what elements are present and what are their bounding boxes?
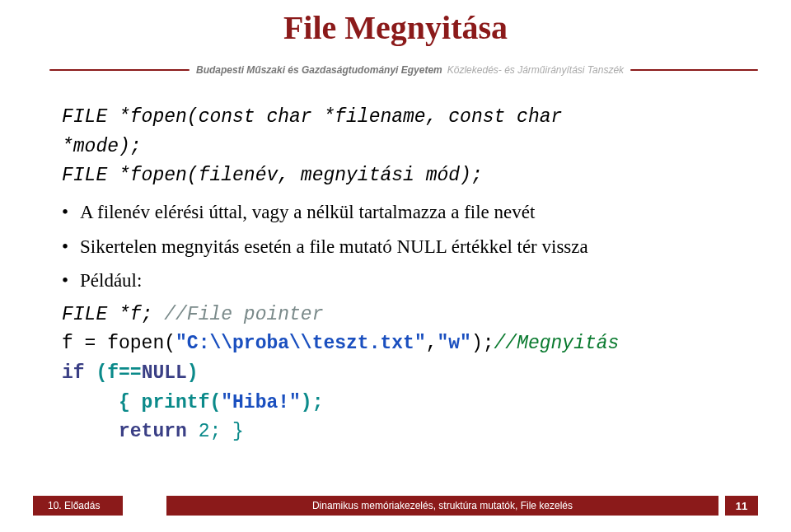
code-5a — [62, 421, 119, 442]
code-2f-comment: //Megnyitás — [494, 333, 620, 354]
code-2e: ); — [471, 333, 494, 354]
code-line-2: f = fopen("C:\\proba\\teszt.txt","w");//… — [62, 329, 733, 359]
code-3c-null: NULL — [142, 362, 187, 384]
bullet-1: A filenév elérési úttal, vagy a nélkül t… — [62, 198, 733, 227]
fopen-signature-2b: (filenév, megnyitási mód); — [187, 165, 483, 186]
code-line-4: { printf("Hiba!"); — [62, 389, 733, 418]
code-example: FILE *f; //File pointer f = fopen("C:\\p… — [62, 301, 733, 447]
code-2d-string: "w" — [438, 333, 471, 354]
fopen-signature-line1: FILE *fopen(const char *filename, const … — [62, 103, 733, 133]
code-3b: (f== — [85, 362, 142, 384]
department-name: Közlekedés- és Járműirányítási Tanszék — [447, 64, 624, 76]
code-2a: f = fopen( — [62, 333, 176, 354]
fopen-signature-2a: FILE *fopen — [62, 165, 187, 186]
bullet-2: Sikertelen megnyitás esetén a file mutat… — [62, 232, 733, 262]
code-2c: , — [426, 333, 438, 354]
university-name: Budapesti Műszaki és Gazdaságtudományi E… — [196, 64, 442, 76]
code-3d: ) — [187, 362, 199, 384]
fopen-signature-line1b: *mode); — [62, 133, 733, 162]
footer-page-number: 11 — [725, 496, 758, 516]
code-5b-return: return — [119, 421, 187, 442]
code-4a: { printf( — [62, 392, 221, 413]
footer-left: 10. Előadás — [33, 496, 123, 516]
header-band: Budapesti Műszaki és Gazdaságtudományi E… — [0, 62, 791, 78]
bullet-3: Például: — [62, 266, 733, 296]
content-area: FILE *fopen(const char *filename, const … — [0, 78, 791, 447]
fopen-signature-line2: FILE *fopen(filenév, megnyitási mód); — [62, 161, 733, 191]
code-1a: FILE *f; — [62, 304, 164, 325]
footer: 10. Előadás Dinamikus memóriakezelés, st… — [0, 496, 791, 517]
slide-title: File Megnyitása — [0, 0, 791, 47]
code-3a-if: if — [62, 362, 85, 384]
code-line-3: if (f==NULL) — [62, 359, 733, 389]
header-rule-right — [630, 69, 758, 71]
code-line-1: FILE *f; //File pointer — [62, 301, 733, 330]
bullet-list: A filenév elérési úttal, vagy a nélkül t… — [62, 198, 733, 296]
code-1b-comment: //File pointer — [164, 304, 323, 325]
code-5c: 2; } — [187, 421, 244, 442]
code-4c: ); — [301, 392, 324, 413]
footer-center: Dinamikus memóriakezelés, struktúra muta… — [166, 496, 718, 516]
code-2b-string: "C:\\proba\\teszt.txt" — [176, 333, 426, 354]
code-4b-string: "Hiba!" — [221, 392, 301, 413]
header-rule-left — [49, 69, 190, 71]
code-line-5: return 2; } — [62, 418, 733, 447]
